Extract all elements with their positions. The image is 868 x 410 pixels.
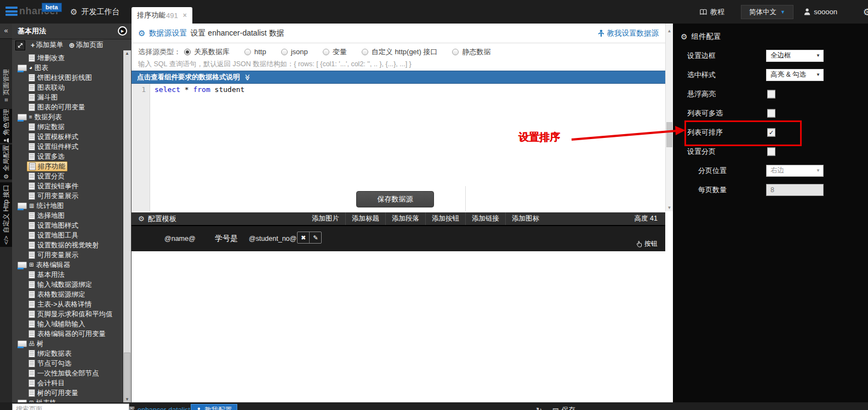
tree-folder[interactable]: 品树	[12, 339, 132, 349]
tree-item[interactable]: 设置数据的视觉映射	[12, 240, 132, 250]
vtab-global-config[interactable]: ⚙ 全局配置	[0, 145, 12, 180]
user-menu[interactable]: soooon	[804, 0, 837, 24]
refresh-button[interactable]: ↻	[536, 404, 542, 410]
scroll-down-icon[interactable]: ▼	[666, 205, 673, 210]
template-static-text[interactable]: 学号是	[215, 234, 238, 244]
tree-item[interactable]: 图表的可用变量	[12, 102, 132, 112]
config-select[interactable]: 高亮 & 勾选▼	[766, 69, 824, 81]
config-select[interactable]: 全边框▼	[766, 50, 824, 62]
tree-item[interactable]: 设置模板样式	[12, 132, 132, 142]
search-input[interactable]: 搜索页面	[12, 403, 129, 410]
tree-item[interactable]: 基本用法	[12, 270, 132, 280]
scroll-up-icon[interactable]: ▲	[666, 28, 673, 33]
template-add-button[interactable]: 添加段落	[386, 212, 426, 225]
sql-code-line[interactable]: select * from student	[155, 85, 244, 94]
data-format-banner[interactable]: 点击查看组件要求的数据格式说明 ≫	[132, 71, 665, 84]
tree-item[interactable]: 输入域辅助输入	[12, 319, 132, 329]
config-checkbox[interactable]	[767, 147, 775, 155]
tree-item[interactable]: 可用变量展示	[12, 191, 132, 201]
template-add-button[interactable]: 添加按钮	[426, 212, 466, 225]
preview-button-chip[interactable]: 按钮	[636, 239, 658, 249]
tree-item[interactable]: 绑定数据	[12, 122, 132, 132]
template-add-button[interactable]: 添加标题	[346, 212, 386, 225]
scrollbar-thumb[interactable]	[124, 353, 130, 402]
config-checkbox[interactable]	[767, 109, 775, 117]
tree-item[interactable]: 设置地图样式	[12, 221, 132, 230]
tree-item[interactable]: 节点可勾选	[12, 359, 132, 368]
tree-item[interactable]: 设置按钮事件	[12, 181, 132, 191]
language-selector[interactable]: 简体中文 ▼	[741, 5, 793, 19]
tutorial-link[interactable]: 教程	[700, 0, 724, 24]
template-var-student-no[interactable]: @student_no@	[249, 235, 296, 242]
tree-item[interactable]: 绑定数据表	[12, 349, 132, 359]
play-circle-icon[interactable]: ▶	[118, 26, 127, 36]
tree-folder[interactable]: ▥统计地图	[12, 201, 132, 211]
tree-item[interactable]: 增删改查	[12, 53, 132, 63]
add-menu-button[interactable]: + 添加菜单	[31, 41, 64, 50]
radio-icon[interactable]	[323, 49, 329, 55]
tree-folder[interactable]: ⊞表格编辑器	[12, 260, 132, 270]
template-add-button[interactable]: 添加链接	[466, 212, 506, 225]
settings-gear-icon[interactable]: ⚙	[863, 7, 868, 18]
template-preview[interactable]: @name@ 学号是 @student_no@ ✖ ✎ 按钮	[132, 225, 665, 251]
tree-item[interactable]: 排序功能	[12, 161, 132, 171]
tree-item[interactable]: 可用变量展示	[12, 250, 132, 260]
teach-datasource-link[interactable]: 教我设置数据源	[598, 24, 659, 43]
template-add-button[interactable]: 添加图标	[506, 212, 545, 225]
template-add-button[interactable]: 添加图片	[306, 212, 346, 225]
radio-icon[interactable]	[281, 49, 288, 55]
tree-item[interactable]: 树的可用变量	[12, 388, 132, 398]
tree-item[interactable]: 一次性加载全部节点	[12, 368, 132, 378]
config-select[interactable]: 右边▼	[766, 165, 824, 177]
tree-item[interactable]: 表格编辑器的可用变量	[12, 329, 132, 339]
tree-item[interactable]: 设置地图工具	[12, 230, 132, 240]
save-button[interactable]: ▤ 保存	[552, 404, 575, 410]
collapse-sidebar-button[interactable]: «	[0, 24, 12, 39]
tree-item[interactable]: 图表联动	[12, 83, 132, 93]
tree-item[interactable]: 设置组件样式	[12, 142, 132, 152]
tree-item[interactable]: 表格数据源绑定	[12, 290, 132, 299]
tree-item[interactable]: 会计科目	[12, 378, 132, 388]
source-type-option[interactable]: http	[244, 48, 266, 56]
delete-icon[interactable]: ✖	[298, 232, 310, 243]
tree-folder[interactable]: ⊞树表格	[12, 398, 132, 402]
tree-item[interactable]: 饼图柱状图折线图	[12, 73, 132, 83]
source-type-option[interactable]: 关系数据库	[184, 47, 230, 57]
radio-icon[interactable]	[452, 49, 459, 55]
source-type-option[interactable]: 变量	[323, 47, 347, 57]
teach-config-button[interactable]: 教我配置	[191, 404, 237, 410]
radio-selected-icon[interactable]	[184, 49, 191, 55]
tree-item[interactable]: 输入域数据源绑定	[12, 280, 132, 290]
template-var-name[interactable]: @name@	[164, 235, 196, 242]
scroll-up-icon[interactable]: ▲	[123, 51, 131, 56]
tree-item[interactable]: 选择地图	[12, 211, 132, 221]
sidebar-scrollbar[interactable]: ▲ ▼	[123, 50, 131, 402]
content-scrollbar[interactable]: ▲ ▼	[665, 24, 673, 211]
source-type-option[interactable]: 自定义 http(get) 接口	[362, 47, 438, 57]
source-type-option[interactable]: jsonp	[281, 48, 308, 56]
pin-button[interactable]	[15, 41, 25, 50]
tree-item[interactable]: 漏斗图	[12, 93, 132, 102]
tree-item[interactable]: 设置多选	[12, 152, 132, 161]
save-datasource-button[interactable]: 保存数据源	[356, 191, 434, 207]
tab-close-icon[interactable]: ×	[183, 11, 187, 19]
scroll-down-icon[interactable]: ▼	[123, 397, 131, 402]
radio-icon[interactable]	[244, 49, 251, 55]
tree-folder[interactable]: ≡数据列表	[12, 112, 132, 122]
config-checkbox[interactable]	[767, 90, 775, 98]
tree-item[interactable]: 主表->从表格详情	[12, 299, 132, 309]
source-type-option[interactable]: 静态数据	[452, 47, 490, 57]
scrollbar-thumb[interactable]	[666, 122, 672, 147]
config-checkbox[interactable]: ✓	[767, 128, 775, 136]
vtab-role-management[interactable]: 角色管理	[0, 109, 12, 143]
vtab-custom-http[interactable]: </> 自定义 Http 接口	[0, 182, 12, 247]
edit-pencil-icon[interactable]: ✎	[310, 232, 321, 243]
add-page-button[interactable]: ⊕ 添加页面	[69, 41, 104, 50]
config-input[interactable]: 8	[766, 184, 824, 196]
radio-icon[interactable]	[362, 49, 368, 55]
component-name-link[interactable]: enhancer-datalist	[138, 406, 190, 410]
tree-folder[interactable]: ◕图表	[12, 63, 132, 73]
tree-item[interactable]: 设置分页	[12, 171, 132, 181]
tab-sort-feature[interactable]: 排序功能 491 ×	[132, 7, 192, 24]
workspace-menu[interactable]: ⚙ 开发工作台	[70, 0, 119, 24]
